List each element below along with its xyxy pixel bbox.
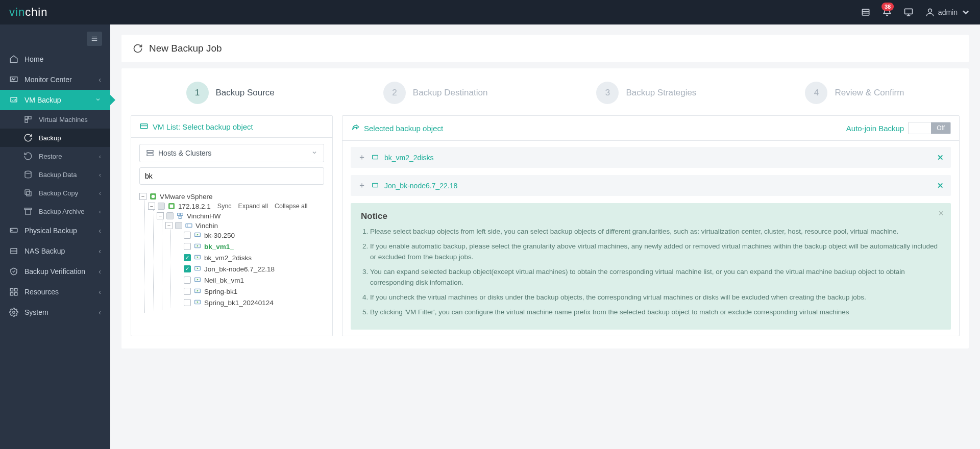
step-1[interactable]: 1Backup Source [186,82,275,104]
tree-node-pool[interactable]: Vinchin [195,222,218,230]
tree-collapse[interactable]: − [139,193,146,200]
sidebar-item-resources[interactable]: Resources‹ [0,282,110,302]
checkbox-checked[interactable] [184,254,191,261]
sidebar-item-label: Physical Backup [24,227,77,235]
chevron-down-icon [95,96,101,104]
sidebar-sub-backupcopy[interactable]: Backup Copy‹ [0,184,110,202]
svg-rect-57 [373,155,378,159]
checkbox[interactable] [175,222,182,229]
checkbox[interactable] [184,277,191,284]
svg-rect-3 [904,9,912,14]
tree-node-vm[interactable]: Spring_bk1_20240124 [204,299,274,307]
checkbox[interactable] [166,212,174,219]
search-input[interactable] [139,167,324,185]
svg-rect-17 [27,191,31,196]
svg-rect-39 [181,213,183,216]
sidebar-item-home[interactable]: Home [0,49,110,69]
vm-node-icon [193,231,202,239]
tree-node-root[interactable]: VMware vSphere [160,193,213,201]
sidebar-sub-backup[interactable]: Backup [0,129,110,147]
tree-action-sync[interactable]: Sync [217,203,232,210]
autojoin-toggle[interactable]: Off [908,122,951,134]
sidebar-sub-backupdata[interactable]: Backup Data‹ [0,165,110,184]
user-menu[interactable]: admin [925,7,971,17]
chevron-left-icon: ‹ [99,153,101,160]
tree-node-vm[interactable]: Jon_bk-node6.7_22.18 [204,265,275,273]
tree-leaf [174,243,181,250]
tree-node-host[interactable]: 172.18.2.1 [178,203,211,210]
card-title: VM List: Select backup object [153,122,253,131]
svg-marker-46 [197,245,199,246]
svg-marker-48 [197,256,199,258]
step-2[interactable]: 2Backup Destination [383,82,487,104]
sidebar: Home Monitor Center‹ VMVM Backup Virtual… [0,24,110,449]
svg-rect-14 [29,116,31,119]
tree-action-collapse[interactable]: Collapse all [275,203,308,210]
vm-icon: VM [9,95,18,105]
checkbox[interactable] [184,299,191,306]
sidebar-item-monitor[interactable]: Monitor Center‹ [0,69,110,90]
sidebar-item-label: Virtual Machines [39,116,88,123]
vcenter-icon [149,192,157,201]
sidebar-item-vmbackup[interactable]: VMVM Backup [0,90,110,110]
sidebar-item-label: Resources [24,288,59,296]
sidebar-sub-restore[interactable]: Restore‹ [0,147,110,165]
sidebar-item-system[interactable]: System‹ [0,302,110,322]
expand-item[interactable]: ＋ [358,152,366,163]
tree-collapse[interactable]: − [148,203,155,210]
step-label: Review & Confirm [835,88,904,98]
tree-collapse[interactable]: − [157,212,164,219]
sidebar-sub-vms[interactable]: Virtual Machines [0,110,110,129]
selected-item-name[interactable]: bk_vm2_2disks [384,154,434,162]
list-icon[interactable] [861,7,871,17]
remove-item[interactable]: ✕ [937,181,944,190]
sidebar-item-verify[interactable]: Backup Verification‹ [0,261,110,282]
checkbox[interactable] [184,288,191,295]
step-4[interactable]: 4Review & Confirm [805,82,904,104]
close-notice[interactable]: × [938,208,944,219]
sidebar-item-nas[interactable]: NAS Backup‹ [0,241,110,261]
sidebar-item-physical[interactable]: Physical Backup‹ [0,220,110,241]
step-3[interactable]: 3Backup Strategies [596,82,696,104]
sidebar-sub-archive[interactable]: Backup Archive‹ [0,202,110,220]
page-header: New Backup Job [121,35,969,62]
selected-item-name[interactable]: Jon_bk-node6.7_22.18 [384,182,457,190]
sidebar-toggle[interactable] [87,32,102,46]
selected-header: Selected backup object Auto-join Backup … [342,116,959,141]
home-icon [9,55,18,64]
chevron-left-icon: ‹ [99,208,101,215]
vm-list-icon [139,122,149,131]
restore-icon [23,152,33,161]
svg-rect-33 [147,154,153,156]
step-number: 1 [186,82,209,104]
svg-rect-15 [25,120,28,122]
backup-icon [23,133,33,142]
brand-rest: chin [25,6,47,18]
svg-point-16 [25,171,31,173]
svg-rect-32 [147,151,153,153]
expand-item[interactable]: ＋ [358,180,366,191]
svg-rect-0 [862,9,869,15]
tree-node-vm[interactable]: Neil_bk_vm1 [204,277,244,284]
tree-node-vm[interactable]: bk_vm2_2disks [204,254,252,262]
tree-node-vm[interactable]: Spring-bk1 [204,288,237,295]
tree-node-vm[interactable]: bk-30.250 [204,232,235,239]
tree-node-vm[interactable]: bk_vm1_ [204,243,234,251]
checkbox[interactable] [184,232,191,239]
checkbox[interactable] [158,203,165,210]
chevron-left-icon: ‹ [99,189,101,197]
tree-collapse[interactable]: − [165,222,173,229]
view-select[interactable]: Hosts & Clusters [139,144,324,162]
monitor-icon[interactable] [903,7,914,17]
checkbox-checked[interactable] [184,265,191,272]
gear-icon [9,308,18,317]
tree-action-expand[interactable]: Expand all [238,203,268,210]
checkbox[interactable] [184,243,191,250]
card-title: Selected backup object [364,124,443,133]
notice-title: Notice [361,211,941,221]
tree-node-cluster[interactable]: VinchinHW [187,212,221,220]
notifications-button[interactable]: 38 [882,7,892,18]
chevron-left-icon: ‹ [99,267,101,276]
remove-item[interactable]: ✕ [937,153,944,162]
notice-item: You can expand selected backup object(ex… [370,267,941,288]
